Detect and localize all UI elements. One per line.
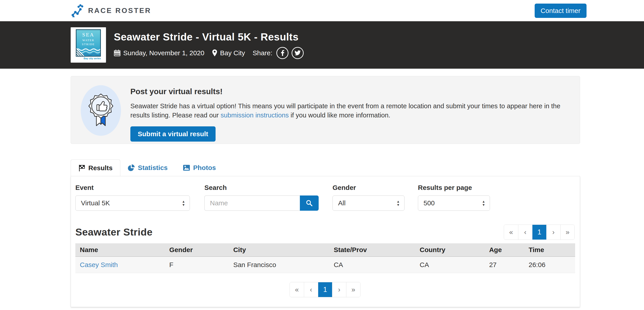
select-arrows-icon: ▲▼ <box>396 200 400 206</box>
race-roster-zigzag-icon <box>71 4 84 17</box>
runner-name-link[interactable]: Casey Smith <box>80 261 118 268</box>
race-roster-logo[interactable]: RACE ROSTER <box>71 4 151 17</box>
search-input[interactable] <box>204 196 300 211</box>
pagination-last-button[interactable]: » <box>560 225 574 240</box>
contact-timer-button[interactable]: Contact timer <box>535 4 586 18</box>
pagination-prev-button[interactable]: ‹ <box>304 282 318 297</box>
cell-city: San Francisco <box>229 256 329 273</box>
tab-statistics-label: Statistics <box>138 164 168 172</box>
select-arrows-icon: ▲▼ <box>482 200 485 206</box>
pagination-next-button[interactable]: › <box>332 282 346 297</box>
pie-chart-icon <box>128 164 134 171</box>
column-header-state: State/Prov <box>329 243 415 256</box>
event-select[interactable]: Virtual 5K ▲▼ <box>75 196 190 211</box>
pagination-page-1-button[interactable]: 1 <box>532 225 546 240</box>
award-badge-circle <box>81 85 121 136</box>
banner-text-after-link: if you would like more information. <box>289 112 390 119</box>
gender-select[interactable]: All ▲▼ <box>332 196 404 211</box>
pagination-next-button[interactable]: › <box>546 225 560 240</box>
cell-state: CA <box>329 256 415 273</box>
pagination-first-button[interactable]: « <box>504 225 518 240</box>
virtual-results-banner: Post your virtual results! Seawater Stri… <box>71 76 580 144</box>
tab-photos-label: Photos <box>193 164 216 172</box>
pagination-bottom: « ‹ 1 › » <box>290 282 360 297</box>
column-header-gender: Gender <box>165 243 229 256</box>
share-facebook-button[interactable] <box>276 47 288 59</box>
facebook-icon <box>280 50 285 56</box>
event-header: SEA WATER STRIDE Bay city series Seawate… <box>0 21 644 69</box>
banner-heading: Post your virtual results! <box>130 87 569 96</box>
column-header-name: Name <box>75 243 165 256</box>
per-page-select-value: 500 <box>424 199 435 207</box>
search-label: Search <box>204 184 319 192</box>
event-location: Bay City <box>220 49 245 57</box>
table-header-row: Name Gender City State/Prov Country Age … <box>75 243 575 256</box>
event-filter-label: Event <box>75 184 190 192</box>
cell-time: 26:06 <box>524 256 575 273</box>
poster-line-stride: STRIDE <box>76 42 100 46</box>
tab-statistics[interactable]: Statistics <box>120 160 175 176</box>
cell-country: CA <box>415 256 485 273</box>
cell-age: 27 <box>484 256 524 273</box>
banner-description: Seawater Stride has a virtual option! Th… <box>130 101 569 120</box>
page-title: Seawater Stride - Virtual 5K - Results <box>114 31 307 43</box>
flag-icon <box>78 164 85 172</box>
results-table: Name Gender City State/Prov Country Age … <box>75 243 575 273</box>
pagination-first-button[interactable]: « <box>290 282 304 297</box>
per-page-select[interactable]: 500 ▲▼ <box>418 196 490 211</box>
pagination-prev-button[interactable]: ‹ <box>518 225 532 240</box>
submission-instructions-link[interactable]: submission instructions <box>220 112 289 119</box>
cell-gender: F <box>165 256 229 273</box>
event-logo: SEA WATER STRIDE Bay city series <box>71 27 106 63</box>
column-header-time: Time <box>524 243 575 256</box>
event-date: Sunday, November 1, 2020 <box>123 49 204 57</box>
gender-select-value: All <box>338 199 346 207</box>
poster-line-sea: SEA <box>76 32 100 38</box>
pagination-last-button[interactable]: » <box>346 282 360 297</box>
tab-photos[interactable]: Photos <box>175 160 224 176</box>
location-pin-icon <box>212 49 217 57</box>
search-button[interactable] <box>300 196 319 211</box>
event-poster-image: SEA WATER STRIDE <box>76 29 101 56</box>
twitter-icon <box>294 50 301 56</box>
event-select-value: Virtual 5K <box>81 199 110 207</box>
brand-name: RACE ROSTER <box>88 6 151 15</box>
results-tabs: Results Statistics Photos <box>71 160 580 176</box>
poster-caption: Bay city series <box>76 57 101 60</box>
share-twitter-button[interactable] <box>292 47 304 59</box>
tab-results-label: Results <box>88 164 112 172</box>
column-header-city: City <box>229 243 329 256</box>
photo-icon <box>183 164 190 171</box>
results-heading: Seawater Stride <box>75 226 152 238</box>
tab-results[interactable]: Results <box>71 160 120 176</box>
top-navbar: RACE ROSTER Contact timer <box>0 0 644 21</box>
column-header-country: Country <box>415 243 485 256</box>
poster-line-water: WATER <box>76 38 100 42</box>
thumbs-up-ribbon-icon <box>87 92 114 128</box>
results-panel: Event Virtual 5K ▲▼ Search <box>71 176 580 307</box>
submit-virtual-result-button[interactable]: Submit a virtual result <box>130 126 216 142</box>
select-arrows-icon: ▲▼ <box>182 200 185 206</box>
table-row: Casey Smith F San Francisco CA CA 27 26:… <box>75 256 575 273</box>
gender-filter-label: Gender <box>332 184 404 192</box>
pagination-top: « ‹ 1 › » <box>504 224 575 240</box>
calendar-icon <box>114 50 120 56</box>
pagination-page-1-button[interactable]: 1 <box>318 282 332 297</box>
filter-bar: Event Virtual 5K ▲▼ Search <box>75 184 575 211</box>
column-header-age: Age <box>484 243 524 256</box>
search-icon <box>306 200 313 207</box>
share-label: Share: <box>253 49 272 57</box>
per-page-filter-label: Results per page <box>418 184 490 192</box>
